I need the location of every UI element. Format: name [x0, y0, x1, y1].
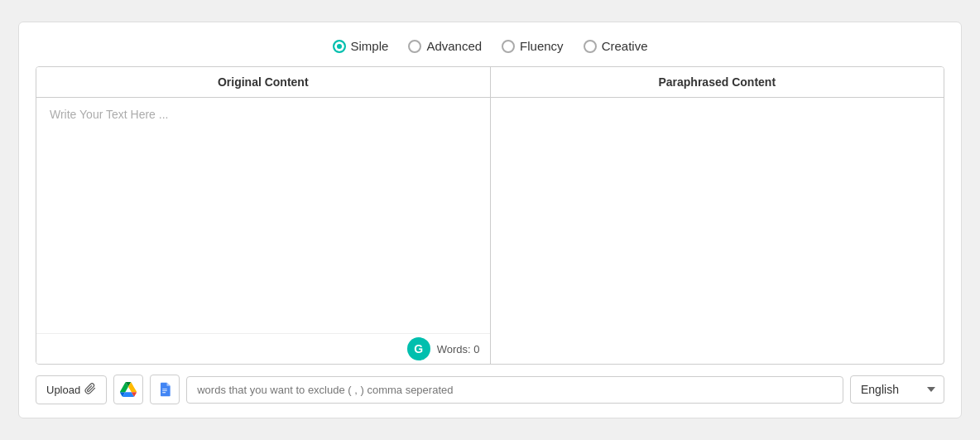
main-container: Simple Advanced Fluency Creative Origina…	[18, 22, 962, 418]
paraphrased-panel: Paraphrased Content	[491, 67, 944, 364]
svg-rect-2	[162, 392, 166, 393]
mode-creative-label: Creative	[602, 39, 648, 53]
mode-advanced-label: Advanced	[426, 39, 482, 53]
mode-simple-label: Simple	[351, 39, 389, 53]
mode-advanced-radio[interactable]	[408, 40, 421, 53]
mode-fluency-radio[interactable]	[502, 40, 515, 53]
grammarly-icon-letter: G	[414, 342, 423, 355]
grammarly-button[interactable]: G	[407, 337, 430, 360]
mode-creative[interactable]: Creative	[584, 39, 648, 53]
google-docs-button[interactable]	[150, 375, 180, 404]
mode-selector: Simple Advanced Fluency Creative	[36, 39, 944, 53]
paraphrased-panel-body	[491, 98, 944, 364]
mode-fluency-label: Fluency	[520, 39, 564, 53]
paraphrased-text-display	[491, 98, 944, 364]
language-select[interactable]: English Spanish French German Italian Po…	[850, 375, 944, 404]
google-docs-icon	[156, 381, 173, 398]
svg-rect-0	[162, 389, 167, 389]
exclude-words-input[interactable]	[186, 376, 843, 404]
original-panel-header: Original Content	[36, 67, 490, 98]
mode-simple[interactable]: Simple	[333, 39, 389, 53]
mode-simple-radio[interactable]	[333, 40, 346, 53]
mode-advanced[interactable]: Advanced	[408, 39, 482, 53]
upload-label: Upload	[46, 384, 80, 396]
paperclip-icon	[84, 383, 96, 397]
original-panel: Original Content G Words: 0	[36, 67, 491, 364]
mode-creative-radio[interactable]	[584, 40, 597, 53]
google-drive-button[interactable]	[113, 375, 143, 404]
content-area: Original Content G Words: 0 Paraphrased …	[36, 66, 944, 365]
word-count-bar: G Words: 0	[36, 333, 490, 364]
original-text-input[interactable]	[36, 98, 490, 333]
word-count: Words: 0	[437, 343, 480, 355]
mode-fluency[interactable]: Fluency	[502, 39, 564, 53]
paraphrased-panel-header: Paraphrased Content	[491, 67, 944, 98]
svg-rect-1	[162, 390, 167, 391]
google-drive-icon	[120, 381, 137, 398]
bottom-bar: Upload	[36, 375, 944, 404]
original-panel-body	[36, 98, 490, 333]
upload-button[interactable]: Upload	[36, 375, 107, 404]
